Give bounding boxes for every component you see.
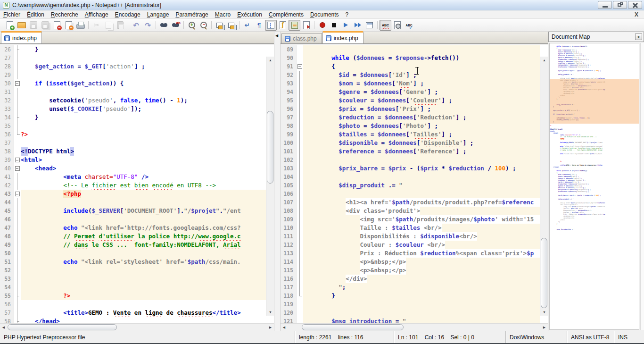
- line-number[interactable]: 115: [281, 266, 297, 275]
- line-number[interactable]: 95: [281, 96, 297, 105]
- line-number[interactable]: 28: [0, 62, 14, 71]
- tb-indent-guide[interactable]: [265, 20, 277, 31]
- restore-button[interactable]: [613, 1, 627, 9]
- line-number[interactable]: 97: [281, 113, 297, 122]
- line-number[interactable]: 43: [0, 190, 14, 198]
- tb-auto-spell[interactable]: ABC: [403, 20, 415, 31]
- line-number[interactable]: 111: [281, 232, 297, 241]
- fold-collapse-icon[interactable]: [14, 164, 21, 173]
- line-number[interactable]: 32: [0, 96, 14, 105]
- left-horizontal-scrollbar[interactable]: [0, 323, 274, 331]
- menu-item-langage[interactable]: Langage: [144, 11, 173, 18]
- line-number[interactable]: 31: [0, 88, 14, 96]
- right-vertical-scrollbar[interactable]: [540, 57, 548, 316]
- line-number[interactable]: 90: [281, 54, 297, 62]
- tb-spell-settings[interactable]: [391, 20, 403, 31]
- tb-macro-play[interactable]: [340, 20, 352, 31]
- line-number[interactable]: 116: [281, 275, 297, 283]
- line-number[interactable]: 33: [0, 105, 14, 113]
- tb-macro-run-all[interactable]: [352, 20, 363, 31]
- fold-collapse-icon[interactable]: [14, 190, 21, 198]
- menu-item-excution[interactable]: Exécution: [234, 11, 265, 18]
- line-number[interactable]: 93: [281, 79, 297, 88]
- scroll-left-arrow-icon[interactable]: [281, 324, 288, 331]
- document-map-close-button[interactable]: x: [635, 34, 642, 40]
- line-number[interactable]: 91: [281, 62, 297, 71]
- line-number[interactable]: 36: [0, 130, 14, 139]
- tb-doc-switcher[interactable]: [300, 20, 312, 31]
- line-number[interactable]: 47: [0, 224, 14, 232]
- line-number[interactable]: 98: [281, 122, 297, 130]
- tb-zoom-out[interactable]: −: [198, 20, 209, 31]
- line-number[interactable]: 102: [281, 156, 297, 164]
- tb-macro-save[interactable]: [363, 20, 375, 31]
- tb-macro-record[interactable]: [316, 20, 328, 31]
- line-number[interactable]: 46: [0, 215, 14, 224]
- line-number[interactable]: 108: [281, 207, 297, 215]
- line-number[interactable]: 92: [281, 71, 297, 79]
- menu-item-documents[interactable]: Documents: [307, 11, 342, 18]
- menu-item-macro[interactable]: Macro: [212, 11, 234, 18]
- line-number[interactable]: 109: [281, 215, 297, 224]
- scroll-up-arrow-icon[interactable]: [540, 57, 548, 64]
- line-number[interactable]: 57: [0, 309, 14, 317]
- tb-print[interactable]: [74, 20, 86, 31]
- line-number[interactable]: 34: [0, 113, 14, 122]
- line-number[interactable]: 104: [281, 173, 297, 181]
- tb-cut[interactable]: ✂: [91, 20, 102, 31]
- tb-replace[interactable]: ab: [170, 20, 182, 31]
- left-code-area[interactable]: 26 }2728 $get_action = $_GET['action'] ;…: [0, 45, 266, 323]
- tb-close-file[interactable]: [51, 20, 63, 31]
- tb-undo[interactable]: ↶: [130, 20, 142, 31]
- scroll-left-arrow-icon[interactable]: [0, 324, 7, 331]
- tb-sync-horizontal[interactable]: [225, 20, 237, 31]
- left-vscroll-thumb[interactable]: [267, 111, 273, 184]
- document-close-x[interactable]: X: [629, 11, 644, 18]
- menu-item-fichier[interactable]: Fichier: [0, 11, 24, 18]
- left-hscroll-thumb[interactable]: [8, 324, 117, 330]
- minimize-button[interactable]: [598, 1, 612, 9]
- scroll-right-arrow-icon[interactable]: [267, 324, 274, 331]
- line-number[interactable]: 118: [281, 292, 297, 300]
- line-number[interactable]: 39: [0, 156, 14, 164]
- menu-item-paramtrage[interactable]: Paramétrage: [172, 11, 211, 18]
- tb-function-list[interactable]: ƒ: [277, 20, 289, 31]
- line-number[interactable]: 50: [0, 249, 14, 258]
- line-number[interactable]: 26: [0, 45, 14, 54]
- line-number[interactable]: 53: [0, 275, 14, 283]
- fold-collapse-icon[interactable]: [14, 156, 21, 164]
- line-number[interactable]: 119: [281, 300, 297, 309]
- line-number[interactable]: 105: [281, 181, 297, 190]
- scroll-up-arrow-icon[interactable]: [266, 57, 274, 64]
- tb-zoom-in[interactable]: +: [186, 20, 198, 31]
- menu-item-affichage[interactable]: Affichage: [82, 11, 112, 18]
- document-map-scrollbar[interactable]: [640, 43, 644, 330]
- scroll-down-arrow-icon[interactable]: [266, 309, 274, 316]
- line-number[interactable]: 38: [0, 147, 14, 156]
- line-number[interactable]: 51: [0, 258, 14, 266]
- line-number[interactable]: 112: [281, 241, 297, 249]
- line-number[interactable]: 110: [281, 224, 297, 232]
- right-hscroll-thumb[interactable]: [302, 324, 403, 330]
- line-number[interactable]: 58: [0, 317, 14, 323]
- tb-new-file[interactable]: [4, 20, 16, 31]
- line-number[interactable]: 27: [0, 54, 14, 62]
- tb-redo[interactable]: ↷: [142, 20, 154, 31]
- menu-item-?[interactable]: ?: [342, 11, 352, 18]
- tb-save-file[interactable]: [27, 20, 39, 31]
- line-number[interactable]: 48: [0, 232, 14, 241]
- line-number[interactable]: 40: [0, 164, 14, 173]
- line-number[interactable]: 107: [281, 198, 297, 207]
- line-number[interactable]: 45: [0, 207, 14, 215]
- line-number[interactable]: 121: [281, 317, 297, 323]
- scroll-down-arrow-icon[interactable]: [540, 309, 548, 316]
- line-number[interactable]: 35: [0, 122, 14, 130]
- fold-collapse-icon[interactable]: [297, 62, 303, 71]
- line-number[interactable]: 30: [0, 79, 14, 88]
- right-code-area[interactable]: 8990 while ($donnees = $reponse->fetch()…: [281, 45, 540, 323]
- line-number[interactable]: 113: [281, 249, 297, 258]
- splitter-collapse-icon[interactable]: [275, 34, 278, 38]
- document-map-viewport[interactable]: [550, 79, 639, 124]
- line-number[interactable]: 44: [0, 198, 14, 207]
- line-number[interactable]: 114: [281, 258, 297, 266]
